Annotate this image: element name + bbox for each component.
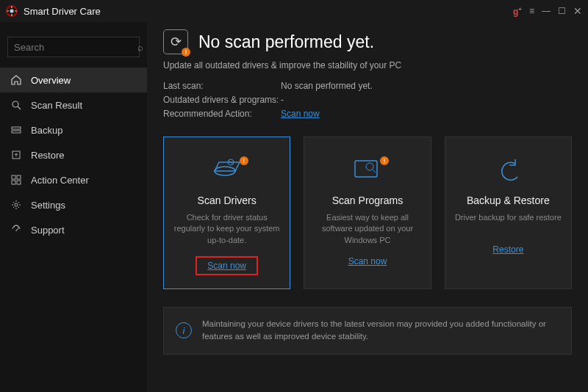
sidebar-item-settings[interactable]: Settings <box>0 192 147 217</box>
banner-text: Maintaining your device drivers to the l… <box>202 318 559 344</box>
card-title: Scan Drivers <box>198 195 257 206</box>
drive-icon: ! <box>209 153 245 186</box>
home-icon <box>10 74 22 86</box>
card-desc: Easiest way to keep all software updated… <box>313 212 421 246</box>
scan-icon <box>10 99 22 111</box>
programs-icon: ! <box>349 153 386 186</box>
sidebar-item-label: Backup <box>31 125 62 136</box>
search-box[interactable]: ⌕ <box>7 37 140 57</box>
scan-now-link[interactable]: Scan now <box>196 256 258 275</box>
svg-rect-9 <box>12 181 15 184</box>
cards-row: ! Scan Drivers Check for driver status r… <box>163 137 572 289</box>
sidebar-item-label: Settings <box>31 200 65 211</box>
menu-icon[interactable]: ≡ <box>529 6 534 16</box>
svg-rect-7 <box>12 175 15 179</box>
restore-link[interactable]: Restore <box>492 244 523 255</box>
app-title: Smart Driver Care <box>24 6 513 17</box>
svg-rect-10 <box>17 181 21 184</box>
window-controls: g+ ≡ — ☐ ✕ <box>513 5 582 17</box>
alert-badge-icon: ! <box>182 48 190 57</box>
close-button[interactable]: ✕ <box>573 5 582 17</box>
info-icon: i <box>176 322 192 338</box>
recommended-label: Recommended Action: <box>163 109 281 119</box>
restore-icon <box>10 149 22 161</box>
svg-point-1 <box>10 10 14 13</box>
outdated-value: - <box>281 95 572 105</box>
grid-icon <box>10 174 22 186</box>
sidebar-item-label: Action Center <box>31 175 89 186</box>
svg-line-3 <box>18 106 21 109</box>
sidebar-item-overview[interactable]: Overview <box>0 68 147 92</box>
backup-restore-icon <box>490 153 526 186</box>
last-scan-label: Last scan: <box>163 81 281 91</box>
sidebar-item-label: Support <box>31 225 65 236</box>
sidebar: ⌕ Overview Scan Result Backup Restore Ac… <box>0 22 147 392</box>
sidebar-item-label: Overview <box>31 75 71 86</box>
info-table: Last scan: No scan performed yet. Outdat… <box>163 81 572 119</box>
refresh-icon: ⟳ ! <box>163 29 188 54</box>
alert-badge-icon: ! <box>240 156 248 165</box>
gear-icon <box>10 199 22 211</box>
outdated-label: Outdated drivers & programs: <box>163 95 281 105</box>
recommended-action-link[interactable]: Scan now <box>281 109 572 119</box>
svg-rect-8 <box>17 175 21 179</box>
minimize-button[interactable]: — <box>542 6 551 16</box>
sidebar-item-action-center[interactable]: Action Center <box>0 167 147 192</box>
sidebar-item-backup[interactable]: Backup <box>0 117 147 142</box>
sidebar-item-support[interactable]: Support <box>0 217 147 242</box>
svg-point-11 <box>15 203 18 206</box>
svg-rect-5 <box>12 131 21 133</box>
card-title: Scan Programs <box>332 195 403 206</box>
info-banner: i Maintaining your device drivers to the… <box>163 307 572 355</box>
main-content: ⟳ ! No scan performed yet. Update all ou… <box>147 22 588 392</box>
card-backup-restore[interactable]: Backup & Restore Driver backup for safe … <box>445 137 572 289</box>
sidebar-item-label: Scan Result <box>31 100 82 111</box>
svg-rect-15 <box>355 161 377 177</box>
maximize-button[interactable]: ☐ <box>558 6 566 16</box>
card-desc: Check for driver status regularly to kee… <box>173 212 281 246</box>
alert-badge-icon: ! <box>380 156 389 165</box>
page-header: ⟳ ! No scan performed yet. <box>163 29 572 54</box>
last-scan-value: No scan performed yet. <box>281 81 572 91</box>
svg-line-17 <box>372 169 376 173</box>
account-icon[interactable]: g+ <box>513 6 522 17</box>
app-logo-icon <box>6 5 18 17</box>
card-scan-drivers[interactable]: ! Scan Drivers Check for driver status r… <box>163 137 290 289</box>
backup-icon <box>10 124 22 136</box>
sidebar-item-label: Restore <box>31 150 65 161</box>
titlebar: Smart Driver Care g+ ≡ — ☐ ✕ <box>0 0 588 22</box>
search-input[interactable] <box>14 42 137 53</box>
svg-rect-4 <box>12 127 21 129</box>
svg-point-2 <box>12 101 18 107</box>
page-title: No scan performed yet. <box>198 32 374 52</box>
search-icon[interactable]: ⌕ <box>137 42 143 53</box>
app-body: ⌕ Overview Scan Result Backup Restore Ac… <box>0 22 588 392</box>
scan-now-link[interactable]: Scan now <box>348 256 387 266</box>
sidebar-item-scan-result[interactable]: Scan Result <box>0 92 147 117</box>
page-subtitle: Update all outdated drivers & improve th… <box>163 60 572 70</box>
sidebar-item-restore[interactable]: Restore <box>0 142 147 167</box>
app-window: Smart Driver Care g+ ≡ — ☐ ✕ ⌕ Overview … <box>0 0 588 392</box>
card-scan-programs[interactable]: ! Scan Programs Easiest way to keep all … <box>304 137 431 289</box>
card-desc: Driver backup for safe restore <box>455 212 562 234</box>
card-title: Backup & Restore <box>467 195 550 206</box>
support-icon <box>10 224 22 236</box>
